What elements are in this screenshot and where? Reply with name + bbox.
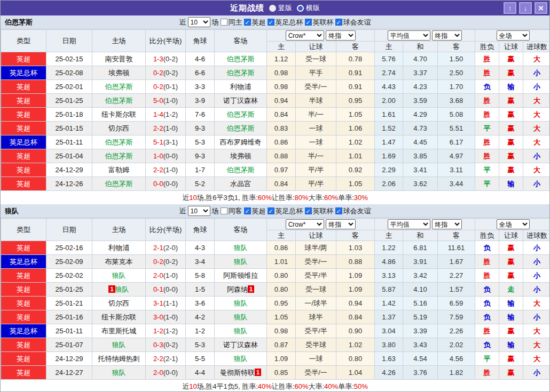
corners-cell: 1-7 [186,163,215,177]
crow-final-select[interactable]: 终指 [326,219,356,229]
close-button[interactable]: ✕ [535,2,547,14]
result-cell: 负 [475,310,499,324]
crow-odds-cell: 0.80 [267,283,296,297]
result-cell: 大 [523,108,550,122]
league-checkbox-1[interactable]: ✓英足总杯 [268,206,303,216]
column-header: 日期 [46,219,92,241]
average-odds-cell: 1.61 [375,108,403,122]
score-cell: 2-1(2-0) [146,241,186,255]
league-checkbox-3[interactable]: ✓球会友谊 [335,206,371,216]
avg-group-header: 平均值 终指 [375,30,475,42]
window-title: 近期战绩 [230,3,264,13]
bookmaker-select[interactable]: Crow* [286,30,324,41]
checkbox-label: 英足总杯 [276,18,303,27]
sub-column-header: 让球 [296,42,336,52]
avg-final-select[interactable]: 终指 [432,30,462,41]
result-cell: 赢 [499,94,523,108]
match-row: 英超25-02-15南安普敦1-3(0-2)4-6伯恩茅斯1.12受一球0.78… [1,52,550,66]
checkbox-icon[interactable]: ✓ [335,207,342,214]
summary-segment: 单率: [338,382,354,391]
crow-odds-cell: 平/半 [296,177,336,191]
crow-odds-cell: 0.98 [267,324,296,338]
league-type-badge: 英足总杯 [1,66,46,80]
crow-odds-cell: 1.09 [336,269,375,283]
checkbox-icon[interactable]: ✓ [305,207,312,214]
move-up-button[interactable]: ↑ [504,2,516,14]
crow-odds-cell: 受一球 [296,283,336,297]
summary-segment: 10 [189,382,197,390]
same-side-checkbox[interactable]: 同客 [221,206,242,216]
result-cell: 胜 [475,135,499,149]
checkbox-icon[interactable]: ✓ [244,207,251,214]
league-checkbox-2[interactable]: ✓英联杯 [305,18,334,27]
average-odds-cell: 7.59 [438,310,475,324]
crow-odds-cell: 1.12 [267,52,296,66]
result-cell: 赢 [499,122,523,135]
away-team: 伯恩茅斯 [215,122,267,135]
league-checkbox-0[interactable]: ✓英超 [244,18,266,27]
sections-container: 伯恩茅斯近10场同主✓英超✓英足总杯✓英联杯✓球会友谊类型日期主场比分(半场)角… [1,15,549,392]
corners-cell: 1-5 [186,283,215,297]
corners-cell: 5-8 [186,269,215,283]
checkbox-icon[interactable]: ✓ [268,207,274,214]
average-select[interactable]: 平均值 [388,30,430,41]
average-odds-cell: 6.17 [438,135,475,149]
avg-final-select[interactable]: 终指 [432,219,462,229]
vertical-layout-option[interactable]: 竖版 [269,3,292,13]
average-odds-cell: 6.59 [438,297,475,310]
checkbox-icon[interactable]: ✓ [244,19,251,26]
crow-odds-cell: 0.84 [267,108,296,122]
league-type-badge: 英超 [1,108,46,122]
checkbox-icon[interactable]: ✓ [335,19,342,26]
move-down-button[interactable]: ↓ [519,2,532,14]
average-select[interactable]: 平均值 [388,219,430,229]
match-date: 24-12-27 [46,366,92,380]
period-select[interactable]: 全场 [497,30,530,41]
match-count-select[interactable]: 10 [188,206,210,216]
average-odds-cell: 11.61 [438,241,475,255]
crow-odds-cell: 0.90 [336,324,375,338]
average-odds-cell: 1.37 [375,310,403,324]
average-odds-cell: 5.16 [403,297,438,310]
filter-bar: 近10场同客✓英超✓英足总杯✓英联杯✓球会友谊 [1,206,549,216]
league-checkbox-1[interactable]: ✓英足总杯 [268,18,303,27]
match-count-select[interactable]: 10 [188,17,210,27]
period-select[interactable]: 全场 [497,219,530,229]
summary-segment: 10 [189,194,197,202]
league-checkbox-2[interactable]: ✓英联杯 [305,206,334,216]
league-checkbox-0[interactable]: ✓英超 [244,206,266,216]
radio-selected-icon[interactable] [269,5,276,12]
average-odds-cell: 4.45 [403,135,438,149]
checkbox-icon[interactable]: ✓ [268,19,274,26]
result-cell: 胜 [475,66,499,80]
sub-column-header: 主 [267,42,296,52]
corners-cell: 5-3 [186,338,215,352]
crow-odds-cell: 受平/半 [296,324,336,338]
result-cell: 赢 [499,324,523,338]
checkbox-icon[interactable] [221,207,227,214]
checkbox-icon[interactable] [221,19,227,26]
league-checkbox-3[interactable]: ✓球会友谊 [335,18,371,27]
average-odds-cell: 2.27 [438,269,475,283]
radio-unselected-icon[interactable] [297,5,304,12]
horizontal-layout-option[interactable]: 横版 [297,3,320,13]
average-odds-cell: 3.62 [403,177,438,191]
crow-final-select[interactable]: 终指 [326,30,356,41]
score-cell: 1-0(0-0) [146,149,186,163]
result-cell: 赢 [499,163,523,177]
checkbox-icon[interactable]: ✓ [305,19,312,26]
result-cell: 小 [523,283,550,297]
summary-segment: 80% [294,194,308,202]
bookmaker-select[interactable]: Crow* [286,219,324,229]
sub-column-header: 让球 [499,42,523,52]
sub-column-header: 进球数 [523,42,550,52]
summary-segment: 场,胜6平3负1, 胜率: [197,193,258,203]
score-cell: 5-0(1-0) [146,94,186,108]
score-cell: 2-0(0-0) [146,366,186,380]
match-date: 25-02-08 [46,66,92,80]
same-side-checkbox[interactable]: 同主 [221,18,242,27]
crow-odds-cell: 一球 [296,122,336,135]
red-card-badge: 1 [248,285,254,293]
result-cell: 负 [475,241,499,255]
crow-odds-cell: 1.02 [336,338,375,352]
